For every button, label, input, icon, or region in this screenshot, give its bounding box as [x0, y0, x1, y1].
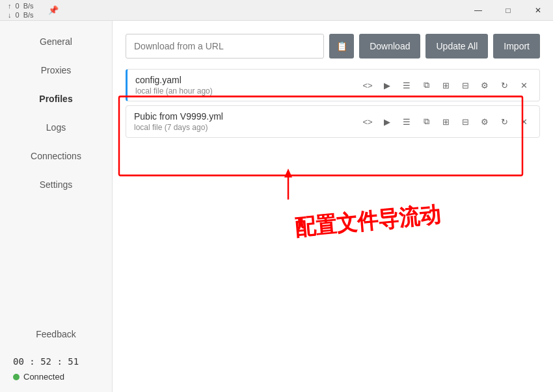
copy-icon-2[interactable]: ⧉ — [418, 114, 434, 129]
status-dot-icon — [13, 374, 20, 380]
window-controls: — □ ✕ — [463, 0, 553, 21]
toolbar: 📋 Download Update All Import — [126, 34, 540, 59]
sidebar-item-settings[interactable]: Settings — [0, 170, 112, 199]
play-icon-2[interactable]: ▶ — [379, 114, 395, 129]
side-icon-1[interactable]: ⊟ — [457, 77, 473, 93]
close-icon-2[interactable]: ✕ — [516, 114, 532, 129]
refresh-icon-2[interactable]: ↻ — [496, 114, 512, 129]
download-stats: ↓ 0 B/s — [8, 11, 34, 19]
update-all-button[interactable]: Update All — [425, 34, 488, 59]
side-icon-2[interactable]: ⊟ — [457, 114, 473, 129]
sidebar-item-connections[interactable]: Connections — [0, 142, 112, 170]
pin-icon: 📌 — [42, 5, 59, 15]
gear-icon-1[interactable]: ⚙ — [477, 77, 492, 93]
status-label: Connected — [23, 372, 64, 382]
profile-info-pubic: Pubic from V9999.yml local file (7 days … — [134, 111, 360, 132]
clipboard-button[interactable]: 📋 — [329, 34, 354, 59]
minimize-button[interactable]: — — [463, 0, 493, 21]
download-button[interactable]: Download — [359, 34, 420, 59]
profile-name-pubic: Pubic from V9999.yml — [134, 111, 360, 122]
upload-stats: ↑ 0 B/s — [8, 2, 34, 10]
sidebar-item-profiles[interactable]: Profiles — [0, 85, 112, 113]
close-button[interactable]: ✕ — [523, 0, 553, 21]
code-icon-2[interactable]: <> — [360, 114, 375, 129]
svg-marker-2 — [284, 168, 292, 177]
title-bar: ↑ 0 B/s ↓ 0 B/s 📌 — □ ✕ — [0, 0, 553, 21]
profile-actions-config: <> ▶ ☰ ⧉ ⊞ ⊟ ⚙ ↻ ✕ — [360, 77, 532, 93]
up-arrow: ↑ — [8, 2, 12, 10]
sidebar-item-proxies[interactable]: Proxies — [0, 56, 112, 85]
sidebar-item-feedback[interactable]: Feedback — [0, 320, 112, 348]
up-unit: B/s — [23, 2, 34, 10]
profile-name-config: config.yaml — [135, 75, 360, 85]
profile-meta-pubic: local file (7 days ago) — [134, 123, 360, 132]
sidebar-item-logs[interactable]: Logs — [0, 113, 112, 142]
sidebar: General Proxies Profiles Logs Connection… — [0, 21, 113, 392]
connection-status: Connected — [0, 369, 112, 392]
copy-icon-1[interactable]: ⧉ — [418, 77, 434, 93]
main-content: 📋 Download Update All Import config.yaml… — [113, 21, 553, 392]
profile-item-pubic: Pubic from V9999.yml local file (7 days … — [126, 105, 540, 138]
gear-icon-2[interactable]: ⚙ — [477, 114, 492, 129]
down-arrow: ↓ — [8, 11, 12, 19]
clock-display: 00 : 52 : 51 — [0, 348, 112, 369]
profile-actions-pubic: <> ▶ ☰ ⧉ ⊞ ⊟ ⚙ ↻ ✕ — [360, 114, 532, 129]
profile-meta-config: local file (an hour ago) — [135, 86, 360, 96]
grid-icon-2[interactable]: ⊞ — [438, 114, 453, 129]
sidebar-item-general[interactable]: General — [0, 27, 112, 56]
play-icon-1[interactable]: ▶ — [379, 77, 395, 93]
list-icon-2[interactable]: ☰ — [399, 114, 414, 129]
grid-icon-1[interactable]: ⊞ — [438, 77, 453, 93]
up-value: 0 — [16, 2, 20, 10]
clipboard-icon: 📋 — [336, 41, 347, 51]
down-value: 0 — [16, 11, 20, 19]
refresh-icon-1[interactable]: ↻ — [496, 77, 512, 93]
close-icon-1[interactable]: ✕ — [516, 77, 532, 93]
profile-list: config.yaml local file (an hour ago) <> … — [126, 69, 540, 138]
sidebar-spacer — [0, 199, 112, 320]
code-icon-1[interactable]: <> — [360, 77, 375, 93]
app-container: General Proxies Profiles Logs Connection… — [0, 21, 553, 392]
list-icon-1[interactable]: ☰ — [399, 77, 414, 93]
svg-text:配置文件导流动: 配置文件导流动 — [293, 202, 441, 240]
profile-info-config: config.yaml local file (an hour ago) — [135, 75, 360, 96]
import-button[interactable]: Import — [493, 34, 540, 59]
down-unit: B/s — [23, 11, 34, 19]
profile-item-config: config.yaml local file (an hour ago) <> … — [126, 69, 540, 101]
maximize-button[interactable]: □ — [493, 0, 523, 21]
url-input[interactable] — [126, 34, 324, 59]
